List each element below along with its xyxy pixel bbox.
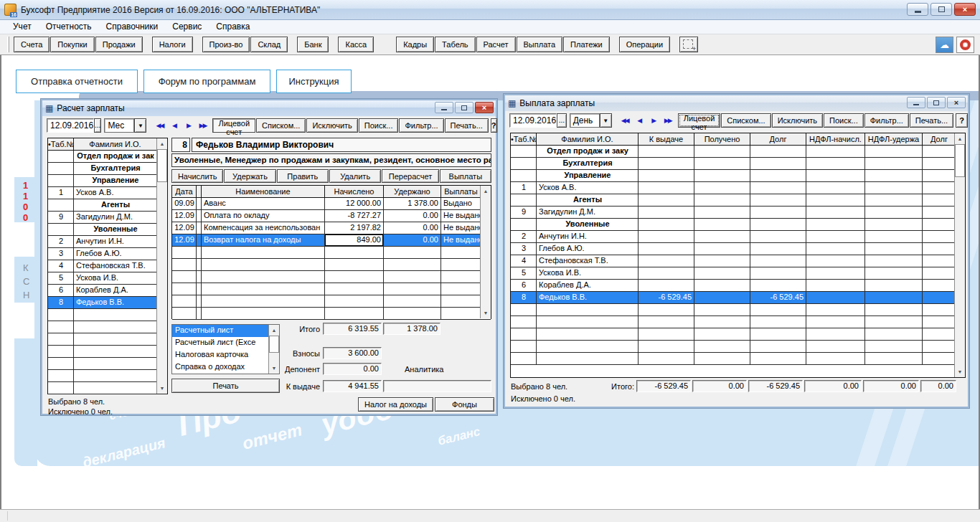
cell-accrued[interactable]: -8 727.27	[325, 210, 384, 222]
calc-employee-scrollbar[interactable]: ▲ ▼	[156, 138, 167, 394]
pay-row[interactable]: 3Глебов А.Ю.	[511, 243, 965, 255]
employee-row[interactable]	[48, 333, 167, 346]
operations-column-header[interactable]: Удержано	[384, 186, 441, 197]
toolbar-button[interactable]: Табель	[435, 37, 475, 52]
pay-minimize-button[interactable]	[907, 97, 925, 108]
nav-next-button[interactable]: ▶	[181, 118, 195, 133]
window-toolbar-button[interactable]: Лицевой счет	[678, 113, 721, 128]
employee-row[interactable]: Бухгалтерия	[48, 163, 167, 175]
cell-accrued[interactable]	[325, 259, 384, 270]
toolbar-button[interactable]: Банк	[297, 37, 329, 52]
pay-row[interactable]: Отдел продаж и заку	[511, 146, 965, 158]
scrollbar-thumb[interactable]	[269, 336, 279, 353]
toolbar-button[interactable]: Счета	[14, 37, 50, 52]
scrollbar-thumb[interactable]	[955, 144, 965, 177]
employee-row[interactable]: 1Усков А.В.	[48, 187, 167, 199]
window-toolbar-button[interactable]: Лицевой счет	[212, 118, 255, 133]
scroll-up-icon[interactable]: ▲	[481, 186, 491, 196]
operations-column-header[interactable]: Выплаты	[441, 186, 481, 197]
employee-row[interactable]: Агенты	[48, 199, 167, 212]
employee-row[interactable]: Управление	[48, 175, 167, 187]
employee-row[interactable]: 9Загидулин Д.М.	[48, 212, 167, 224]
operation-row[interactable]	[172, 259, 491, 271]
calc-close-button[interactable]: ×	[475, 102, 494, 113]
nav-first-button[interactable]: ◀◀	[618, 113, 632, 128]
pay-row[interactable]	[511, 341, 965, 353]
toolbar-button[interactable]: Произ-во	[202, 37, 250, 52]
employee-row[interactable]: 5Ускова И.В.	[48, 272, 167, 285]
report-list-item[interactable]: Справка о доходах	[172, 361, 268, 374]
window-toolbar-button[interactable]: Фильтр...	[399, 118, 443, 133]
action-button[interactable]: Перерасчет	[382, 169, 438, 183]
employee-row[interactable]: Отдел продаж и зак	[48, 151, 167, 163]
operations-column-header[interactable]: Начислено	[325, 186, 384, 197]
pay-row[interactable]: Бухгалтерия	[511, 158, 965, 170]
pay-row[interactable]	[511, 304, 965, 316]
employee-row[interactable]: Уволенные	[48, 224, 167, 236]
window-toolbar-button[interactable]: Печать...	[910, 113, 953, 128]
operation-row[interactable]	[172, 247, 491, 259]
column-header-tabnum[interactable]: •Таб.№	[48, 138, 74, 150]
employee-row[interactable]: 4Стефановская Т.В.	[48, 260, 167, 272]
action-button[interactable]: Править	[277, 169, 329, 183]
window-toolbar-button[interactable]: Исключить	[772, 113, 823, 128]
employee-row[interactable]: 3Глебов А.Ю.	[48, 248, 167, 260]
chevron-down-icon[interactable]: ▼	[134, 118, 146, 133]
calc-minimize-button[interactable]	[435, 102, 453, 113]
employee-row[interactable]	[48, 370, 167, 382]
pay-column-header[interactable]: •Таб.№	[511, 133, 537, 145]
employee-row[interactable]: 8Федьков В.В.	[48, 297, 167, 309]
pay-column-header[interactable]: НДФЛ-начисл.	[806, 133, 865, 145]
nav-prev-button[interactable]: ◀	[632, 113, 646, 128]
cell-accrued[interactable]	[325, 283, 384, 295]
restore-button[interactable]	[930, 3, 952, 16]
minimize-button[interactable]	[907, 3, 928, 16]
menu-item[interactable]: Сервис	[165, 20, 209, 34]
operations-column-header[interactable]	[197, 186, 202, 197]
operation-row[interactable]	[172, 308, 491, 320]
pay-table-scrollbar[interactable]: ▲ ▼	[954, 133, 965, 377]
cloud-upload-button[interactable]: ☁	[936, 37, 953, 53]
pay-row[interactable]: 9Загидулин Д.М.	[511, 207, 965, 219]
employee-row[interactable]: 6Кораблев Д.А.	[48, 285, 167, 297]
pay-period-select[interactable]: День	[570, 113, 600, 128]
operation-row[interactable]	[172, 271, 491, 283]
menu-item[interactable]: Справка	[209, 20, 257, 34]
operation-row[interactable]: 12.09Компенсация за неиспользован2 197.8…	[172, 222, 491, 234]
scroll-down-icon[interactable]: ▼	[955, 366, 965, 377]
window-toolbar-button[interactable]: Поиск...	[824, 113, 864, 128]
chevron-down-icon[interactable]: ▼	[600, 113, 612, 128]
nav-first-button[interactable]: ◀◀	[152, 118, 166, 133]
cell-accrued[interactable]: 849.00	[325, 234, 384, 246]
pay-row[interactable]: 8Федьков В.В.-6 529.45-6 529.45	[511, 292, 965, 304]
pay-row[interactable]: 6Кораблев Д.А.	[511, 280, 965, 292]
pay-column-header[interactable]: Получено	[694, 133, 750, 145]
report-list-item[interactable]: Расчетный лист	[172, 325, 268, 337]
calc-date-field[interactable]: 12.09.2016	[47, 118, 94, 133]
pay-row[interactable]: 4Стефановская Т.В.	[511, 255, 965, 267]
column-header-name[interactable]: Фамилия И.О.	[74, 138, 156, 150]
toolbar-button[interactable]: Продажи	[95, 37, 143, 52]
employee-row[interactable]	[48, 309, 167, 321]
operation-row[interactable]	[172, 283, 491, 295]
pay-column-header[interactable]: Фамилия И.О.	[537, 133, 639, 145]
window-toolbar-button[interactable]: Исключить	[306, 118, 357, 133]
print-button[interactable]: Печать	[171, 379, 280, 393]
scrollbar-thumb[interactable]	[157, 149, 167, 182]
operation-row[interactable]: 09.09Аванс12 000.001 378.00Выдано	[172, 198, 491, 210]
menu-item[interactable]: Учет	[6, 20, 39, 34]
pay-row[interactable]: Управление	[511, 170, 965, 182]
pay-row[interactable]: 2Анчутин И.Н.	[511, 231, 965, 243]
main-titlebar[interactable]: Бухсофт Предприятие 2016 Версия от 16.09…	[0, 0, 980, 20]
pay-date-picker-button[interactable]: ...	[557, 113, 567, 128]
tab-program-forum[interactable]: Форум по программам	[143, 70, 270, 93]
pay-column-header[interactable]: К выдаче	[639, 133, 694, 145]
action-button[interactable]: Удалить	[329, 169, 381, 183]
calc-restore-button[interactable]	[455, 102, 473, 113]
calc-date-picker-button[interactable]: ...	[94, 118, 101, 133]
menu-item[interactable]: Отчетность	[39, 20, 99, 34]
pay-row[interactable]: 5Ускова И.В.	[511, 267, 965, 280]
operation-row[interactable]: 12.09Возврат налога на доходы849.000.00Н…	[172, 234, 491, 247]
operation-row[interactable]	[172, 295, 491, 308]
window-toolbar-button[interactable]: Поиск...	[359, 118, 399, 133]
